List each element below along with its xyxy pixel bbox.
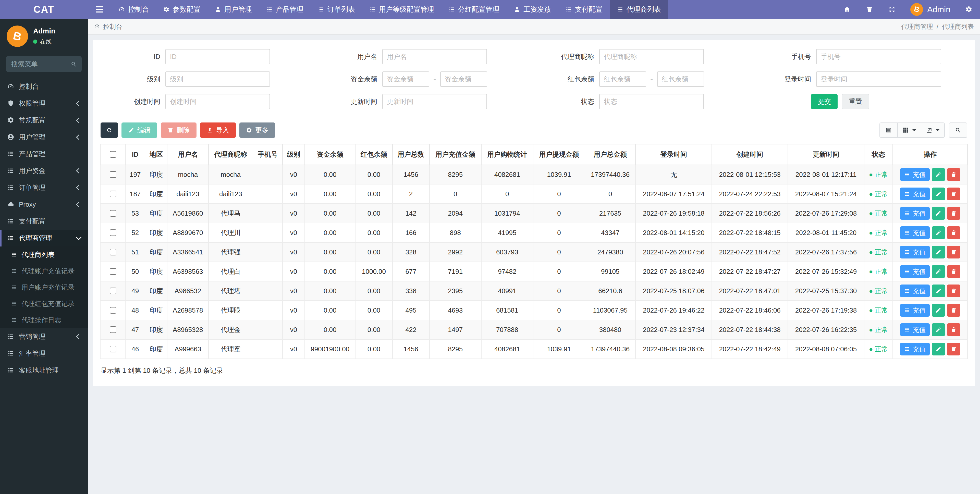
clear-cache-button[interactable] [858, 0, 881, 19]
recharge-button[interactable]: 充值 [900, 304, 930, 317]
sidebar-item-agent-mgmt[interactable]: 代理商管理 [0, 230, 88, 246]
topnav-item-agentlist[interactable]: 代理商列表 [610, 0, 668, 19]
delete-button[interactable]: 删除 [161, 122, 197, 138]
filter-input-5-max[interactable] [440, 71, 487, 87]
filter-input-2[interactable] [599, 49, 704, 64]
settings-button[interactable] [958, 0, 980, 19]
row-delete-button[interactable] [947, 304, 960, 317]
row-edit-button[interactable] [932, 304, 945, 317]
filter-input-0[interactable] [165, 49, 270, 64]
topnav-item-users[interactable]: 用户管理 [207, 0, 259, 19]
row-checkbox[interactable] [110, 249, 116, 256]
row-edit-button[interactable] [932, 265, 945, 278]
filter-input-1[interactable] [382, 49, 487, 64]
sidebar-item-product-mgmt[interactable]: 产品管理 [0, 145, 88, 162]
recharge-button[interactable]: 充值 [900, 284, 930, 297]
sidebar-item-exchange-rate[interactable]: 汇率管理 [0, 345, 88, 362]
row-delete-button[interactable] [947, 323, 960, 336]
row-delete-button[interactable] [947, 207, 960, 220]
row-delete-button[interactable] [947, 226, 960, 239]
submit-button[interactable]: 提交 [811, 94, 838, 109]
export-button[interactable] [921, 122, 945, 138]
home-button[interactable] [836, 0, 858, 19]
row-checkbox[interactable] [110, 346, 116, 353]
edit-button[interactable]: 编辑 [121, 122, 157, 138]
recharge-button[interactable]: 充值 [900, 265, 930, 278]
columns-button[interactable] [898, 122, 921, 138]
sidebar-item-permission[interactable]: 权限管理 [0, 95, 88, 112]
row-edit-button[interactable] [932, 226, 945, 239]
row-checkbox[interactable] [110, 229, 116, 236]
recharge-button[interactable]: 充值 [900, 323, 930, 336]
sidebar-item-marketing[interactable]: 营销管理 [0, 328, 88, 345]
row-delete-button[interactable] [947, 265, 960, 278]
row-delete-button[interactable] [947, 246, 960, 259]
recharge-button[interactable]: 充值 [900, 246, 930, 259]
sidebar-subitem-agent-list[interactable]: 代理商列表 [0, 246, 88, 263]
topnav-item-salary[interactable]: 工资发放 [507, 0, 558, 19]
row-edit-button[interactable] [932, 168, 945, 181]
filter-input-7[interactable] [816, 71, 941, 87]
topnav-item-userlevel[interactable]: 用户等级配置管理 [362, 0, 441, 19]
row-edit-button[interactable] [932, 343, 945, 356]
sidebar-subitem-agent-redpacket-log[interactable]: 代理红包充值记录 [0, 295, 88, 312]
topnav-item-console[interactable]: 控制台 [111, 0, 156, 19]
row-edit-button[interactable] [932, 246, 945, 259]
filter-input-5-min[interactable] [382, 71, 429, 87]
row-checkbox[interactable] [110, 268, 116, 275]
select-all-checkbox[interactable] [110, 151, 116, 158]
row-checkbox[interactable] [110, 191, 116, 197]
row-delete-button[interactable] [947, 343, 960, 356]
row-edit-button[interactable] [932, 323, 945, 336]
sidebar-subitem-user-recharge-log[interactable]: 用户账户充值记录 [0, 279, 88, 295]
sidebar-item-user-funds[interactable]: 用户资金 [0, 162, 88, 179]
row-checkbox[interactable] [110, 326, 116, 333]
filter-input-3[interactable] [816, 49, 941, 64]
fullscreen-button[interactable] [881, 0, 903, 19]
sidebar-item-console[interactable]: 控制台 [0, 78, 88, 95]
row-delete-button[interactable] [947, 187, 960, 200]
topnav-item-orders[interactable]: 订单列表 [310, 0, 362, 19]
sidebar-item-pay-config[interactable]: 支付配置 [0, 213, 88, 230]
topnav-item-dividend[interactable]: 分红配置管理 [441, 0, 507, 19]
refresh-button[interactable] [100, 122, 118, 138]
filter-input-6-min[interactable] [599, 71, 646, 87]
topnav-item-params[interactable]: 参数配置 [156, 0, 207, 19]
filter-input-8[interactable] [165, 94, 270, 109]
topnav-item-products[interactable]: 产品管理 [259, 0, 310, 19]
import-button[interactable]: 导入 [200, 122, 236, 138]
sidebar-item-user-mgmt[interactable]: 用户管理 [0, 129, 88, 145]
filter-input-9[interactable] [382, 94, 487, 109]
recharge-button[interactable]: 充值 [900, 168, 930, 181]
breadcrumb-section[interactable]: 代理商管理 [901, 22, 933, 31]
sidebar-subitem-agent-recharge-log[interactable]: 代理账户充值记录 [0, 263, 88, 279]
reset-button[interactable]: 重置 [842, 94, 869, 109]
row-edit-button[interactable] [932, 187, 945, 200]
more-button[interactable]: 更多 [239, 122, 275, 138]
filter-input-6-max[interactable] [657, 71, 704, 87]
sidebar-item-proxy[interactable]: Proxy [0, 196, 88, 213]
row-checkbox[interactable] [110, 307, 116, 314]
user-menu[interactable]: B Admin [903, 3, 958, 16]
row-delete-button[interactable] [947, 168, 960, 181]
detail-view-button[interactable] [880, 122, 898, 138]
sidebar-subitem-agent-op-log[interactable]: 代理操作日志 [0, 312, 88, 328]
row-edit-button[interactable] [932, 284, 945, 297]
topnav-item-payment[interactable]: 支付配置 [558, 0, 610, 19]
recharge-button[interactable]: 充值 [900, 343, 930, 356]
filter-input-10[interactable] [599, 94, 704, 109]
recharge-button[interactable]: 充值 [900, 187, 930, 200]
sidebar-toggle-button[interactable] [88, 0, 111, 19]
recharge-button[interactable]: 充值 [900, 226, 930, 239]
row-checkbox[interactable] [110, 210, 116, 217]
search-toggle-button[interactable] [949, 122, 967, 138]
sidebar-item-service-addr[interactable]: 客服地址管理 [0, 362, 88, 379]
row-checkbox[interactable] [110, 171, 116, 178]
filter-input-4[interactable] [165, 71, 270, 87]
recharge-button[interactable]: 充值 [900, 207, 930, 220]
sidebar-item-order-mgmt[interactable]: 订单管理 [0, 179, 88, 196]
sidebar-item-general-config[interactable]: 常规配置 [0, 112, 88, 129]
row-checkbox[interactable] [110, 288, 116, 294]
row-delete-button[interactable] [947, 284, 960, 297]
row-edit-button[interactable] [932, 207, 945, 220]
